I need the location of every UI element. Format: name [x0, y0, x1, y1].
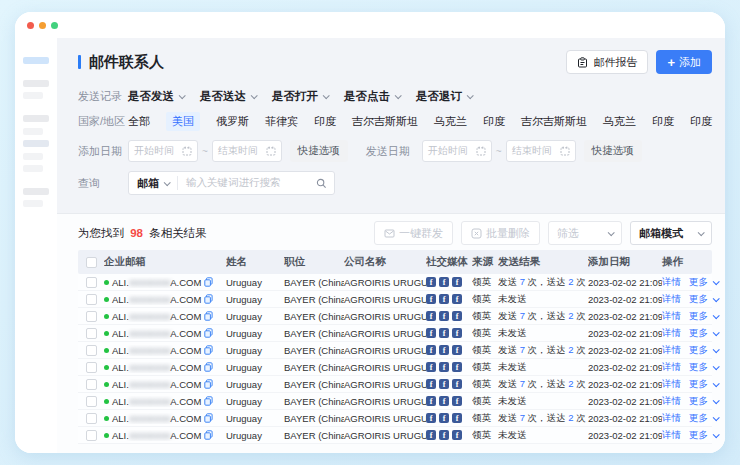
row-checkbox[interactable]	[86, 345, 97, 356]
row-checkbox[interactable]	[86, 294, 97, 305]
action-more[interactable]: 更多	[689, 276, 718, 289]
add-date-start-input[interactable]: 开始时间	[128, 140, 198, 162]
facebook-icon[interactable]: f	[439, 345, 449, 355]
action-detail[interactable]: 详情	[662, 395, 681, 408]
send-date-start-input[interactable]: 开始时间	[422, 140, 492, 162]
row-checkbox[interactable]	[86, 379, 97, 390]
copy-icon[interactable]	[204, 311, 213, 321]
send-filter-dropdown[interactable]: 是否退订	[416, 89, 472, 104]
sidebar-skeleton-item[interactable]	[23, 140, 49, 147]
facebook-icon[interactable]: f	[439, 311, 449, 321]
copy-icon[interactable]	[204, 413, 213, 423]
facebook-icon[interactable]: f	[439, 396, 449, 406]
facebook-icon[interactable]: f	[439, 430, 449, 440]
send-filter-dropdown[interactable]: 是否点击	[344, 89, 400, 104]
row-checkbox[interactable]	[86, 396, 97, 407]
facebook-icon[interactable]: f	[452, 328, 462, 338]
filter-select[interactable]: 筛选	[548, 221, 622, 245]
row-checkbox[interactable]	[86, 328, 97, 339]
facebook-icon[interactable]: f	[439, 413, 449, 423]
row-checkbox[interactable]	[86, 311, 97, 322]
facebook-icon[interactable]: f	[426, 328, 436, 338]
action-more[interactable]: 更多	[689, 361, 718, 374]
copy-icon[interactable]	[204, 379, 213, 389]
facebook-icon[interactable]: f	[426, 294, 436, 304]
action-more[interactable]: 更多	[689, 344, 718, 357]
row-checkbox[interactable]	[86, 277, 97, 288]
bulk-delete-button[interactable]: 批量删除	[461, 221, 540, 245]
email-report-button[interactable]: 邮件报告	[566, 50, 648, 74]
action-detail[interactable]: 详情	[662, 276, 681, 289]
facebook-icon[interactable]: f	[452, 362, 462, 372]
facebook-icon[interactable]: f	[439, 277, 449, 287]
select-all-checkbox[interactable]	[86, 257, 97, 268]
copy-icon[interactable]	[204, 345, 213, 355]
action-more[interactable]: 更多	[689, 327, 718, 340]
facebook-icon[interactable]: f	[426, 362, 436, 372]
send-filter-dropdown[interactable]: 是否打开	[272, 89, 328, 104]
send-date-end-input[interactable]: 结束时间	[506, 140, 576, 162]
facebook-icon[interactable]: f	[426, 379, 436, 389]
mode-select[interactable]: 邮箱模式	[630, 221, 712, 245]
action-more[interactable]: 更多	[689, 293, 718, 306]
country-option[interactable]: 印度	[652, 114, 674, 129]
facebook-icon[interactable]: f	[452, 396, 462, 406]
minimize-window-icon[interactable]	[39, 22, 46, 29]
sidebar-skeleton-item[interactable]	[23, 153, 43, 160]
search-icon[interactable]	[316, 178, 327, 189]
action-more[interactable]: 更多	[689, 429, 718, 442]
country-option[interactable]: 全部	[128, 114, 150, 129]
country-option[interactable]: 印度	[483, 114, 505, 129]
facebook-icon[interactable]: f	[426, 345, 436, 355]
action-more[interactable]: 更多	[689, 395, 718, 408]
action-detail[interactable]: 详情	[662, 429, 681, 442]
sidebar-skeleton-item[interactable]	[23, 92, 43, 99]
copy-icon[interactable]	[204, 294, 213, 304]
row-checkbox[interactable]	[86, 362, 97, 373]
facebook-icon[interactable]: f	[439, 362, 449, 372]
sidebar-skeleton-item[interactable]	[23, 128, 43, 135]
sidebar-skeleton-item[interactable]	[23, 200, 43, 207]
search-input[interactable]: 输入关键词进行搜索	[178, 176, 316, 190]
country-option[interactable]: 印度	[314, 114, 336, 129]
add-button[interactable]: + 添加	[656, 50, 712, 74]
action-more[interactable]: 更多	[689, 310, 718, 323]
action-detail[interactable]: 详情	[662, 378, 681, 391]
copy-icon[interactable]	[204, 328, 213, 338]
country-option[interactable]: 乌克兰	[603, 114, 636, 129]
maximize-window-icon[interactable]	[51, 22, 58, 29]
row-checkbox[interactable]	[86, 413, 97, 424]
add-date-quick-options-button[interactable]: 快捷选项	[290, 140, 348, 162]
send-date-quick-options-button[interactable]: 快捷选项	[584, 140, 642, 162]
facebook-icon[interactable]: f	[426, 277, 436, 287]
copy-icon[interactable]	[204, 362, 213, 372]
sidebar-skeleton-item-active[interactable]	[23, 57, 49, 64]
facebook-icon[interactable]: f	[439, 294, 449, 304]
action-detail[interactable]: 详情	[662, 310, 681, 323]
action-detail[interactable]: 详情	[662, 327, 681, 340]
action-more[interactable]: 更多	[689, 378, 718, 391]
country-option[interactable]: 乌克兰	[434, 114, 467, 129]
copy-icon[interactable]	[204, 277, 213, 287]
facebook-icon[interactable]: f	[452, 379, 462, 389]
action-detail[interactable]: 详情	[662, 344, 681, 357]
country-option[interactable]: 菲律宾	[265, 114, 298, 129]
facebook-icon[interactable]: f	[426, 413, 436, 423]
copy-icon[interactable]	[204, 396, 213, 406]
facebook-icon[interactable]: f	[439, 379, 449, 389]
facebook-icon[interactable]: f	[452, 294, 462, 304]
country-option[interactable]: 美国	[166, 112, 200, 131]
action-detail[interactable]: 详情	[662, 293, 681, 306]
close-window-icon[interactable]	[27, 22, 34, 29]
sidebar-skeleton-item[interactable]	[23, 80, 49, 87]
sidebar-skeleton-item[interactable]	[23, 188, 49, 195]
add-date-end-input[interactable]: 结束时间	[212, 140, 282, 162]
country-option[interactable]: 俄罗斯	[216, 114, 249, 129]
country-option[interactable]: 吉尔吉斯斯坦	[352, 114, 418, 129]
sidebar-skeleton-item[interactable]	[23, 115, 49, 122]
sidebar-skeleton-item[interactable]	[23, 165, 43, 172]
facebook-icon[interactable]: f	[426, 396, 436, 406]
send-filter-dropdown[interactable]: 是否送达	[200, 89, 256, 104]
facebook-icon[interactable]: f	[426, 430, 436, 440]
facebook-icon[interactable]: f	[452, 413, 462, 423]
